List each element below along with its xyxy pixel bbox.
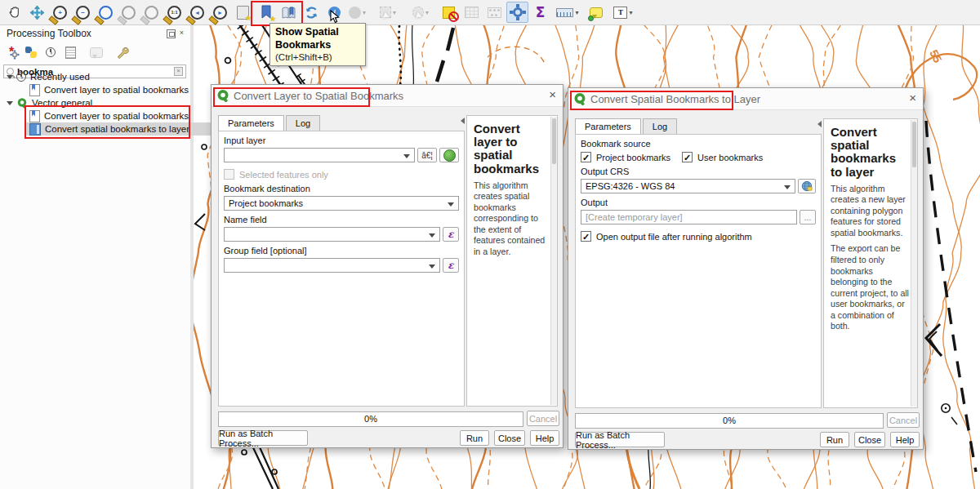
map-tips-icon[interactable]	[585, 2, 607, 23]
zoom-to-selection-icon[interactable]	[118, 2, 140, 23]
dialog-tabs: Parameters Log	[575, 118, 679, 135]
tooltip-title: Show Spatial Bookmarks	[275, 26, 360, 51]
bookmark-page-icon	[29, 84, 40, 96]
python-yellow	[30, 51, 37, 58]
refresh-icon[interactable]	[301, 2, 323, 23]
cancel-button[interactable]: Cancel	[887, 412, 920, 428]
select-crs-button[interactable]	[798, 179, 816, 193]
collapse-panel-icon[interactable]	[457, 118, 465, 124]
attribute-table-icon[interactable]	[461, 2, 483, 23]
description-body-1: This algorithm creates a new layer conta…	[831, 184, 911, 239]
tree-item-label: Convert layer to spatial bookmarks	[44, 111, 189, 121]
modify-attributes-icon[interactable]	[438, 2, 460, 23]
output-file-field[interactable]	[586, 212, 792, 222]
output-file-input[interactable]	[581, 210, 797, 224]
python-icon[interactable]	[21, 43, 41, 61]
collapse-panel-icon[interactable]	[814, 121, 822, 127]
tab-parameters[interactable]: Parameters	[218, 115, 284, 131]
iterate-button[interactable]	[439, 148, 459, 162]
close-button[interactable]: Close	[854, 432, 885, 447]
text-annotation-icon[interactable]: T▾	[608, 2, 639, 23]
run-batch-button[interactable]: Run as Batch Process...	[218, 430, 308, 446]
select-features-icon[interactable]: ▾	[372, 2, 403, 23]
tree-item-convert-bookmarks-to-layer[interactable]: Convert spatial bookmarks to layer	[0, 122, 220, 136]
run-batch-button[interactable]: Run as Batch Process...	[575, 432, 665, 447]
tab-log[interactable]: Log	[286, 115, 320, 131]
run-button[interactable]: Run	[460, 430, 489, 446]
tab-parameters[interactable]: Parameters	[575, 118, 641, 135]
green-iterate-icon	[443, 149, 456, 162]
new-spatial-bookmark-icon[interactable]: ★	[232, 2, 254, 23]
dialog-titlebar[interactable]: Convert Spatial Bookmarks to Layer ×	[568, 88, 923, 110]
tree-group-vector-general[interactable]: Vector general	[0, 96, 190, 109]
sum-features-icon[interactable]: Σ	[529, 2, 551, 23]
statistics-icon[interactable]	[483, 2, 506, 23]
caret-down-icon[interactable]	[7, 75, 13, 82]
group-field-combobox[interactable]	[224, 258, 440, 273]
zoom-next-icon[interactable]: ►	[209, 2, 231, 23]
tooltip-shortcut: (Ctrl+Shift+B)	[275, 52, 360, 62]
run-button[interactable]: Run	[820, 432, 849, 447]
pan-map-icon[interactable]	[3, 2, 25, 23]
expression-button[interactable]: ε	[443, 258, 459, 273]
refresh-arrows-icon	[305, 6, 318, 20]
tree-item-recent-convert-layer[interactable]: Convert layer to spatial bookmarks	[0, 83, 220, 96]
name-field-combobox[interactable]	[224, 227, 440, 242]
browse-button[interactable]: â€¦	[417, 148, 437, 162]
scrollbar[interactable]	[550, 117, 557, 405]
zoom-full-extent-icon[interactable]	[95, 2, 117, 23]
results-viewer-icon[interactable]	[60, 43, 80, 61]
dialog-convert-layer-to-bookmarks: Convert Layer to Spatial Bookmarks × Par…	[211, 84, 564, 448]
undock-panel-icon[interactable]	[167, 29, 176, 38]
close-panel-icon[interactable]: ×	[178, 29, 185, 37]
project-bookmarks-label: Project bookmarks	[596, 153, 670, 162]
output-label: Output	[581, 198, 816, 207]
measure-icon[interactable]: ▾	[552, 2, 583, 23]
forward-arrow-glyph: ►	[217, 10, 223, 16]
tab-log[interactable]: Log	[643, 118, 677, 135]
small-gear-icon	[12, 52, 18, 58]
bookmark-star-icon[interactable]: ★	[255, 2, 277, 23]
deselect-features-icon[interactable]: ▾	[405, 2, 436, 23]
help-button[interactable]: Help	[890, 432, 920, 447]
input-layer-combobox[interactable]	[224, 148, 415, 162]
zoom-out-icon[interactable]: −	[72, 2, 94, 23]
project-bookmarks-checkbox[interactable]: ✓	[581, 152, 591, 162]
history-icon[interactable]	[41, 43, 60, 61]
help-button[interactable]: Help	[530, 430, 559, 446]
green-dot	[588, 16, 594, 21]
tree-group-recently-used[interactable]: Recently used	[0, 70, 190, 83]
close-icon[interactable]: ×	[549, 88, 556, 101]
description-panel: Convert layer to spatial bookmarks This …	[466, 115, 558, 407]
selected-features-checkbox[interactable]	[224, 169, 234, 180]
expression-button[interactable]: ε	[443, 227, 459, 242]
zoom-native-icon[interactable]: 1:1	[163, 2, 185, 23]
one-to-one-glyph: 1:1	[172, 10, 178, 15]
bookmark-destination-combobox[interactable]: Project bookmarks	[224, 196, 459, 211]
open-output-checkbox[interactable]: ✓	[581, 231, 591, 242]
caret-down-icon[interactable]	[7, 101, 13, 109]
zoom-in-icon[interactable]: +	[49, 2, 71, 23]
tree-item-label: Convert layer to spatial bookmarks	[44, 85, 189, 95]
models-icon[interactable]: *	[2, 43, 21, 61]
tree-item-convert-layer-to-bookmarks[interactable]: Convert layer to spatial bookmarks	[0, 109, 220, 122]
cancel-button[interactable]: Cancel	[527, 411, 559, 426]
run-feature-action-icon[interactable]: ▾	[346, 2, 368, 23]
zoom-last-icon[interactable]: ◄	[186, 2, 208, 23]
show-spatial-bookmarks-icon[interactable]	[278, 2, 300, 23]
output-crs-combobox[interactable]: EPSG:4326 - WGS 84	[581, 179, 795, 193]
close-button[interactable]: Close	[494, 430, 525, 446]
description-heading: Convert layer to spatial bookmarks	[474, 122, 550, 176]
close-icon[interactable]: ×	[909, 91, 916, 104]
qgis-logo-icon	[573, 92, 586, 105]
user-bookmarks-checkbox[interactable]: ✓	[682, 152, 693, 162]
options-icon[interactable]	[113, 43, 132, 61]
processing-toolbox-icon[interactable]	[506, 2, 528, 23]
dialog-titlebar[interactable]: Convert Layer to Spatial Bookmarks ×	[212, 85, 563, 107]
scrollbar[interactable]	[911, 120, 917, 407]
description-panel: Convert spatial bookmarks to layer This …	[823, 118, 918, 408]
browse-output-button[interactable]: ...	[800, 210, 816, 224]
zoom-to-layer-icon[interactable]	[140, 2, 163, 23]
edit-help-icon[interactable]	[87, 43, 106, 61]
pan-to-selection-icon[interactable]	[26, 2, 48, 23]
